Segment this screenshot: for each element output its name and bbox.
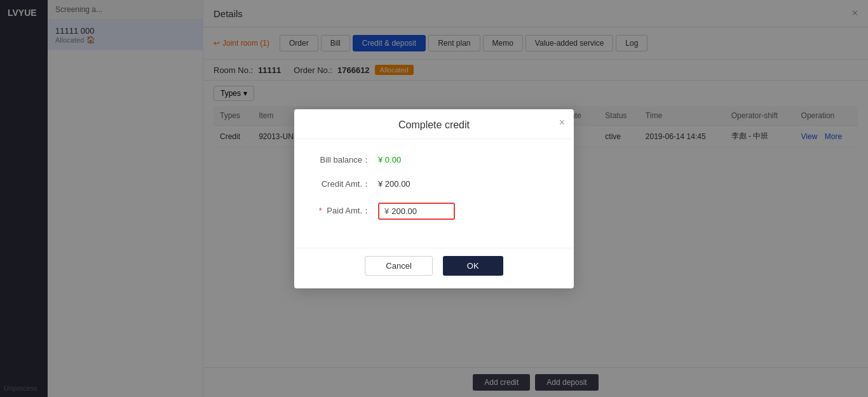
modal-body: Bill balance： ¥ 0.00 Credit Amt.： ¥ 200.…: [294, 139, 574, 248]
credit-amt-row: Credit Amt.： ¥ 200.00: [315, 178, 553, 190]
ok-button[interactable]: OK: [443, 256, 503, 276]
modal-header: Complete credit ×: [294, 109, 574, 139]
paid-amt-label: * Paid Amt.：: [315, 205, 378, 217]
credit-amt-label: Credit Amt.：: [315, 178, 378, 190]
paid-amt-row: * Paid Amt.： ¥: [315, 203, 553, 220]
credit-amt-value: ¥ 200.00: [378, 179, 410, 189]
modal-footer: Cancel OK: [294, 248, 574, 288]
required-star: *: [319, 206, 322, 215]
bill-balance-label: Bill balance：: [315, 154, 378, 166]
modal-overlay: Complete credit × Bill balance： ¥ 0.00 C…: [0, 0, 868, 397]
bill-balance-row: Bill balance： ¥ 0.00: [315, 154, 553, 166]
modal-close-icon[interactable]: ×: [559, 117, 565, 128]
bill-balance-value: ¥ 0.00: [378, 155, 401, 165]
modal-title: Complete credit: [398, 119, 470, 130]
paid-input-wrapper: ¥: [378, 203, 455, 220]
paid-currency: ¥: [384, 206, 389, 216]
cancel-button[interactable]: Cancel: [365, 256, 432, 276]
complete-credit-modal: Complete credit × Bill balance： ¥ 0.00 C…: [294, 109, 574, 288]
paid-amt-input[interactable]: [391, 206, 449, 216]
